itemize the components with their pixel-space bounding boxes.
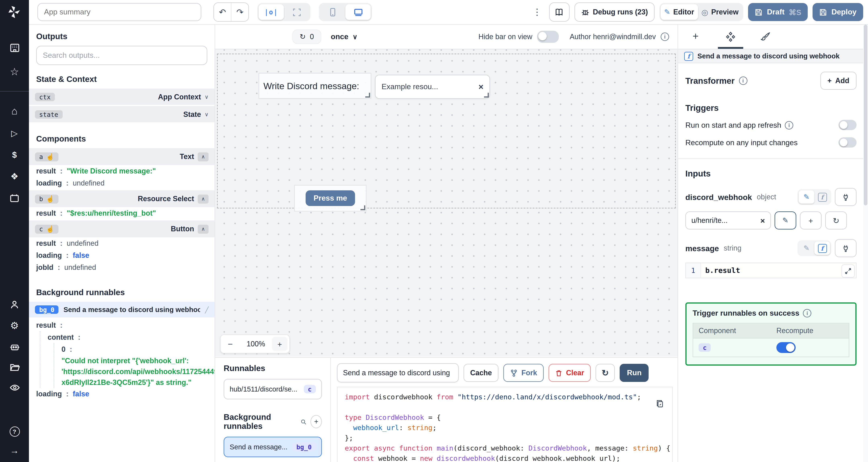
runs-icon[interactable]: ▷ <box>0 128 29 138</box>
run-on-start-toggle[interactable] <box>838 120 857 130</box>
close-icon[interactable]: × <box>478 82 484 92</box>
component-c-header[interactable]: c☝ Button ∧ <box>29 221 215 237</box>
apps-icon[interactable] <box>0 43 29 55</box>
user-icon[interactable] <box>0 300 29 311</box>
tab-insert[interactable]: + <box>678 31 713 43</box>
runnable-item-selected[interactable]: Send a message... bg_0 <box>224 437 322 457</box>
info-icon[interactable]: i <box>785 121 793 129</box>
close-icon[interactable]: × <box>760 216 765 225</box>
component-c-badge[interactable]: c☝ <box>35 225 59 233</box>
eval-mode-button[interactable]: f <box>814 190 830 204</box>
center-align-button[interactable]: |o| <box>258 4 284 20</box>
resize-handle[interactable] <box>484 93 489 98</box>
refresh-count-button[interactable]: ↻0 <box>292 30 321 44</box>
variables-icon[interactable]: $ <box>0 150 29 160</box>
runnable-name-input[interactable] <box>337 363 459 383</box>
tab-editor[interactable]: ✎Editor <box>661 4 698 20</box>
edit-slash-icon[interactable]: ╱ <box>205 306 209 313</box>
redo-button[interactable]: ↷ <box>231 3 248 21</box>
favorites-star-icon[interactable]: ☆ <box>0 67 29 77</box>
search-outputs-input[interactable]: Search outputs... <box>36 46 207 65</box>
schedules-icon[interactable] <box>0 193 29 205</box>
canvas-text-component[interactable]: Write Discord message: <box>259 73 371 98</box>
deploy-button[interactable]: Deploy <box>813 3 863 21</box>
windmill-logo[interactable] <box>7 5 22 21</box>
chevron-up-icon[interactable]: ∧ <box>198 225 209 233</box>
clear-button[interactable]: Clear <box>549 364 591 382</box>
bg0-row[interactable]: bg_0 Send a message to discord using web… <box>29 302 215 318</box>
scrollbar[interactable] <box>863 25 868 462</box>
component-b-badge[interactable]: b☝ <box>35 194 59 203</box>
chevron-up-icon[interactable]: ∧ <box>198 152 209 161</box>
component-c-badge[interactable]: c <box>699 343 711 352</box>
message-expression-editor[interactable]: 1 b.result <box>685 263 857 278</box>
expand-button[interactable] <box>841 264 855 278</box>
zoom-in-button[interactable]: + <box>272 337 287 351</box>
chevron-up-icon[interactable]: ∧ <box>198 194 209 203</box>
chevron-down-icon[interactable]: ∨ <box>205 94 209 100</box>
tab-settings[interactable] <box>713 31 748 42</box>
resources-icon[interactable]: ❖ <box>0 171 29 181</box>
tab-preview[interactable]: ◎Preview <box>698 4 742 20</box>
info-icon[interactable]: i <box>661 33 669 41</box>
undo-button[interactable]: ↶ <box>214 3 231 21</box>
component-a-header[interactable]: a☝ Text ∧ <box>29 148 215 165</box>
more-menu-icon[interactable]: ⋮ <box>530 7 544 18</box>
static-mode-button[interactable]: ✎ <box>799 190 814 204</box>
hide-bar-toggle[interactable] <box>537 31 559 43</box>
code-editor[interactable]: import discordwebhook from "https://deno… <box>337 387 673 462</box>
fullscreen-button[interactable] <box>284 4 309 20</box>
audit-eye-icon[interactable] <box>0 383 29 395</box>
static-mode-button[interactable]: ✎ <box>799 241 814 255</box>
refresh-resource-button[interactable]: ↻ <box>825 211 847 230</box>
app-summary-input[interactable] <box>37 3 201 21</box>
info-icon[interactable]: i <box>739 76 747 85</box>
edit-resource-button[interactable]: ✎ <box>775 211 796 230</box>
app-grid-container[interactable]: Write Discord message: Example resou... … <box>217 54 676 208</box>
state-row[interactable]: state State ∨ <box>29 106 215 122</box>
add-transformer-button[interactable]: +Add <box>820 72 857 90</box>
draft-button[interactable]: Draft ⌘S <box>748 3 808 21</box>
canvas-button-wrapper[interactable]: Press me <box>295 186 366 211</box>
connect-button[interactable] <box>835 188 857 206</box>
recompute-toggle[interactable] <box>838 137 857 147</box>
chevron-down-icon[interactable]: ∨ <box>205 111 209 117</box>
component-b-header[interactable]: b☝ Resource Select ∧ <box>29 190 215 207</box>
ctx-row[interactable]: ctx App Context ∨ <box>29 89 215 105</box>
desktop-view-button[interactable] <box>345 4 371 20</box>
tab-styling[interactable] <box>748 32 783 41</box>
cache-button[interactable]: Cache <box>464 364 498 382</box>
resize-handle[interactable] <box>361 205 365 210</box>
workers-robot-icon[interactable] <box>0 342 29 354</box>
resize-handle[interactable] <box>365 93 370 98</box>
code-toolbar: Cache Fork Clear ↻ Run <box>337 363 672 383</box>
canvas-resource-select[interactable]: Example resou... × <box>375 75 490 99</box>
mobile-view-button[interactable] <box>320 4 345 20</box>
fork-button[interactable]: Fork <box>503 364 544 382</box>
press-me-button[interactable]: Press me <box>306 190 355 206</box>
runnable-item[interactable]: hub/1511/discord/se... c <box>224 379 322 399</box>
add-bg-runnable-button[interactable]: + <box>311 415 322 428</box>
eval-mode-button[interactable]: f <box>814 241 830 255</box>
resource-input[interactable]: u/henri/te... × <box>685 211 771 230</box>
prop-row: result:"Write Discord message:" <box>29 165 215 177</box>
help-icon[interactable]: ? <box>0 425 29 437</box>
info-icon[interactable]: i <box>803 309 811 318</box>
debug-runs-button[interactable]: Debug runs (23) <box>574 2 655 22</box>
copy-icon[interactable] <box>656 399 664 409</box>
scrollbar-thumb[interactable] <box>864 25 867 205</box>
settings-gear-icon[interactable]: ⚙ <box>0 321 29 331</box>
collapse-arrow-icon[interactable]: → <box>0 445 29 455</box>
home-icon[interactable]: ⌂ <box>0 106 29 116</box>
docs-button[interactable] <box>549 2 569 22</box>
add-resource-button[interactable]: + <box>800 211 822 230</box>
run-button[interactable]: Run <box>620 364 649 382</box>
folders-icon[interactable] <box>0 362 29 374</box>
recompute-c-toggle[interactable] <box>776 342 796 353</box>
refresh-button[interactable]: ↻ <box>595 364 615 382</box>
run-mode-dropdown[interactable]: once∨ <box>331 33 358 41</box>
app-canvas[interactable]: Write Discord message: Example resou... … <box>215 50 678 357</box>
zoom-out-button[interactable]: − <box>221 339 240 349</box>
component-a-badge[interactable]: a☝ <box>35 152 59 161</box>
connect-button[interactable] <box>835 239 857 257</box>
